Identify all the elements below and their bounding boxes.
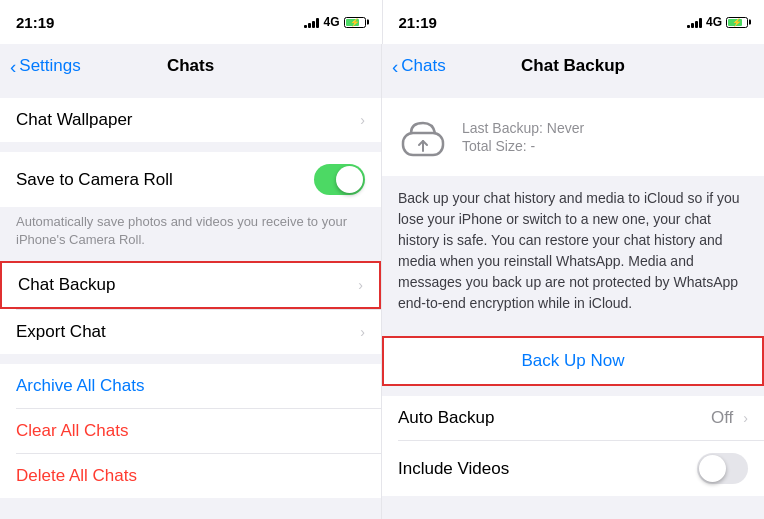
archive-all-chats-button[interactable]: Archive All Chats — [0, 364, 381, 408]
right-panel: ‹ Chats Chat Backup Last Backup: Never T… — [382, 44, 764, 519]
sep1 — [0, 88, 381, 98]
save-to-camera-roll-label: Save to Camera Roll — [16, 170, 173, 190]
right-back-button[interactable]: ‹ Chats — [392, 56, 446, 76]
right-nav-bar: ‹ Chats Chat Backup — [382, 44, 764, 88]
right-sep2 — [382, 326, 764, 336]
left-signal-icon — [304, 17, 319, 28]
total-size-label: Total Size: - — [462, 138, 584, 154]
chat-wallpaper-label: Chat Wallpaper — [16, 110, 133, 130]
chat-backup-item[interactable]: Chat Backup › — [0, 261, 381, 309]
cloud-backup-icon — [398, 112, 448, 162]
sep2 — [0, 142, 381, 152]
back-up-now-button[interactable]: Back Up Now — [384, 338, 762, 384]
left-back-label: Settings — [19, 56, 80, 76]
include-videos-label: Include Videos — [398, 459, 509, 479]
camera-roll-description: Automatically save photos and videos you… — [0, 207, 381, 261]
chat-backup-label: Chat Backup — [18, 275, 115, 295]
left-status-bar: 21:19 4G ⚡ — [0, 0, 383, 44]
auto-backup-value: Off — [711, 408, 733, 428]
section-actions: Archive All Chats Clear All Chats Delete… — [0, 364, 381, 498]
chat-wallpaper-chevron-icon: › — [360, 112, 365, 128]
export-chat-label: Export Chat — [16, 322, 106, 342]
left-panel: ‹ Settings Chats Chat Wallpaper › Save t… — [0, 44, 382, 519]
auto-backup-item[interactable]: Auto Backup Off › — [382, 396, 764, 440]
right-battery-icon: ⚡ — [726, 17, 748, 28]
auto-backup-chevron-icon: › — [743, 410, 748, 426]
right-signal-icon — [687, 17, 702, 28]
right-status-time: 21:19 — [399, 14, 437, 31]
chat-wallpaper-item[interactable]: Chat Wallpaper › — [0, 98, 381, 142]
left-nav-title: Chats — [167, 56, 214, 76]
right-back-label: Chats — [401, 56, 445, 76]
save-to-camera-roll-item: Save to Camera Roll — [0, 152, 381, 207]
include-videos-item: Include Videos — [382, 441, 764, 496]
export-chat-chevron-icon: › — [360, 324, 365, 340]
left-back-button[interactable]: ‹ Settings — [10, 56, 81, 76]
archive-all-chats-label: Archive All Chats — [16, 376, 145, 396]
include-videos-toggle-knob — [699, 455, 726, 482]
right-status-bar: 21:19 4G ⚡ — [383, 0, 765, 44]
auto-backup-label: Auto Backup — [398, 408, 494, 428]
right-list-section: Auto Backup Off › Include Videos — [382, 396, 764, 496]
left-nav-bar: ‹ Settings Chats — [0, 44, 381, 88]
right-sep1 — [382, 88, 764, 98]
section-camera-roll: Save to Camera Roll — [0, 152, 381, 207]
left-status-time: 21:19 — [16, 14, 54, 31]
right-lte-icon: 4G — [706, 15, 722, 29]
right-status-icons: 4G ⚡ — [687, 15, 748, 29]
backup-description: Back up your chat history and media to i… — [382, 176, 764, 326]
save-to-camera-roll-toggle[interactable] — [314, 164, 365, 195]
delete-all-chats-button[interactable]: Delete All Chats — [0, 454, 381, 498]
back-up-now-label: Back Up Now — [522, 351, 625, 371]
backup-meta: Last Backup: Never Total Size: - — [462, 120, 584, 154]
right-back-chevron-icon: ‹ — [392, 57, 398, 76]
chat-backup-chevron-icon: › — [358, 277, 363, 293]
back-up-now-section: Back Up Now — [382, 336, 764, 386]
include-videos-toggle[interactable] — [697, 453, 748, 484]
toggle-knob — [336, 166, 363, 193]
left-lte-icon: 4G — [323, 15, 339, 29]
clear-all-chats-button[interactable]: Clear All Chats — [0, 409, 381, 453]
backup-info-section: Last Backup: Never Total Size: - — [382, 98, 764, 176]
section-wallpaper: Chat Wallpaper › — [0, 98, 381, 142]
status-bars: 21:19 4G ⚡ 21:19 — [0, 0, 764, 44]
main-panels: ‹ Settings Chats Chat Wallpaper › Save t… — [0, 44, 764, 519]
left-status-icons: 4G ⚡ — [304, 15, 365, 29]
export-chat-item[interactable]: Export Chat › — [0, 310, 381, 354]
right-sep3 — [382, 386, 764, 396]
right-nav-title: Chat Backup — [521, 56, 625, 76]
left-battery-icon: ⚡ — [344, 17, 366, 28]
left-back-chevron-icon: ‹ — [10, 57, 16, 76]
clear-all-chats-label: Clear All Chats — [16, 421, 128, 441]
last-backup-label: Last Backup: Never — [462, 120, 584, 136]
section-backup-export: Chat Backup › Export Chat › — [0, 261, 381, 354]
sep4 — [0, 354, 381, 364]
delete-all-chats-label: Delete All Chats — [16, 466, 137, 486]
